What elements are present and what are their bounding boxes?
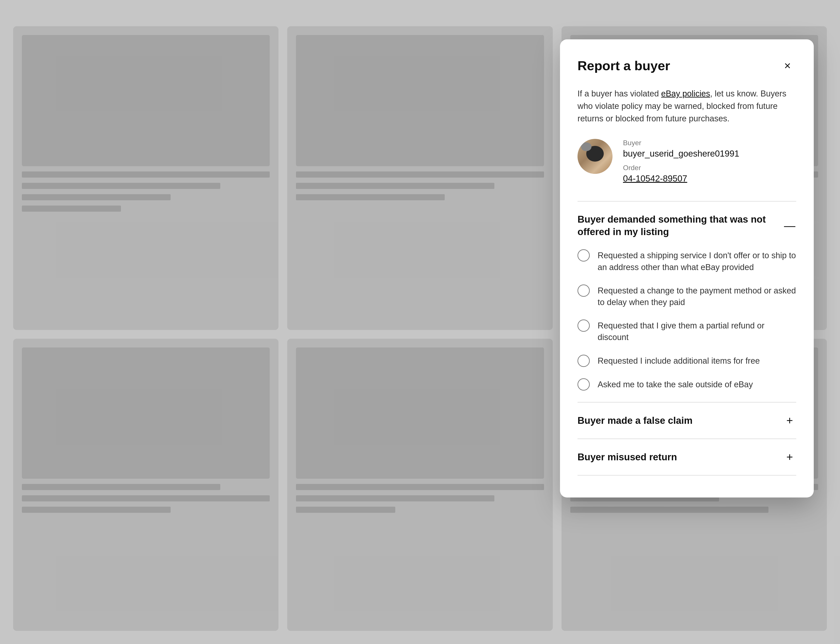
option-outside-text: Asked me to take the sale outside of eBa… [598,378,753,390]
section-misused-return-header[interactable]: Buyer misused return + [577,450,796,463]
description-prefix: If a buyer has violated [577,89,661,98]
option-shipping[interactable]: Requested a shipping service I don't off… [577,248,796,273]
option-refund[interactable]: Requested that I give them a partial ref… [577,319,796,343]
section-demanded-header[interactable]: Buyer demanded something that was not of… [577,213,796,238]
option-items-text: Requested I include additional items for… [598,354,760,367]
option-shipping-text: Requested a shipping service I don't off… [598,248,796,273]
avatar [577,139,613,174]
section-misused-return: Buyer misused return + [577,439,796,476]
modal-header: Report a buyer × [577,57,796,74]
modal-title: Report a buyer [577,58,670,73]
section-demanded: Buyer demanded something that was not of… [577,201,796,402]
modal-description: If a buyer has violated eBay policies, l… [577,87,796,125]
buyer-details: Buyer buyer_userid_goeshere01991 Order 0… [623,139,740,184]
order-number-link[interactable]: 04-10542-89507 [623,174,740,184]
report-buyer-modal: Report a buyer × If a buyer has violated… [560,39,814,498]
radio-payment[interactable] [577,284,590,297]
buyer-label: Buyer [623,139,740,147]
section-demanded-content: Requested a shipping service I don't off… [577,248,796,390]
section-false-claim-header[interactable]: Buyer made a false claim + [577,414,796,427]
close-button[interactable]: × [779,57,796,74]
section-false-claim: Buyer made a false claim + [577,402,796,439]
option-outside[interactable]: Asked me to take the sale outside of eBa… [577,378,796,391]
ebay-policies-link[interactable]: eBay policies [661,89,710,98]
avatar-image [577,139,613,174]
option-payment-text: Requested a change to the payment method… [598,284,796,308]
option-refund-text: Requested that I give them a partial ref… [598,319,796,343]
section-demanded-icon: — [783,219,796,232]
section-misused-return-icon: + [783,450,796,463]
buyer-username: buyer_userid_goeshere01991 [623,149,740,159]
order-label: Order [623,164,740,172]
section-false-claim-icon: + [783,414,796,427]
option-payment[interactable]: Requested a change to the payment method… [577,284,796,308]
section-false-claim-title: Buyer made a false claim [577,414,783,427]
radio-refund[interactable] [577,319,590,332]
option-items[interactable]: Requested I include additional items for… [577,354,796,367]
radio-outside[interactable] [577,378,590,391]
buyer-info: Buyer buyer_userid_goeshere01991 Order 0… [577,139,796,184]
radio-items[interactable] [577,355,590,367]
radio-shipping[interactable] [577,249,590,261]
section-misused-return-title: Buyer misused return [577,451,783,463]
section-demanded-title: Buyer demanded something that was not of… [577,213,783,238]
